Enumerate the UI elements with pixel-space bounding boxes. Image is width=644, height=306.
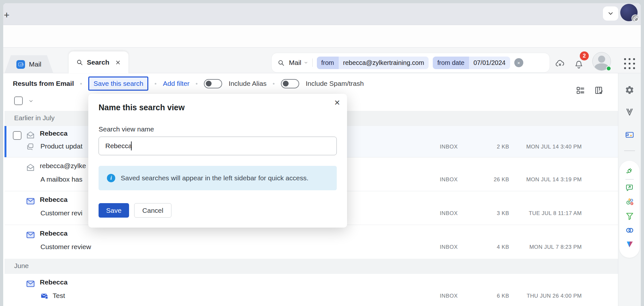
search-icon <box>76 59 83 66</box>
date-label: MON JUL 14 3:19 PM <box>513 176 582 183</box>
apps-grid-icon[interactable] <box>624 58 635 69</box>
dock-divider <box>625 179 634 180</box>
subject: Product updat <box>40 142 83 150</box>
divider <box>312 59 313 67</box>
row-checkbox[interactable] <box>13 131 22 140</box>
read-envelope-icon <box>26 130 35 140</box>
subject: A mailbox has <box>40 176 83 183</box>
size-label: 2 KB <box>474 144 509 150</box>
chip-key: from <box>317 57 339 69</box>
date-label: MON JUL 14 3:40 PM <box>513 144 582 150</box>
group-label: Earlier in July <box>14 114 55 122</box>
dot-separator <box>80 83 82 85</box>
search-bar[interactable]: Mail from rebecca@zylkertraining.com fro… <box>271 53 550 73</box>
screenshot-root: + mail.zoho.com/zm/#search 3 <box>0 0 644 306</box>
browser-url-row: mail.zoho.com/zm/#search 3 Personal <box>3 25 641 48</box>
sender: rebecca@zylke <box>40 162 86 170</box>
close-tab-icon[interactable] <box>115 59 121 66</box>
subject: Test <box>53 292 65 300</box>
unread-envelope-icon <box>26 230 35 240</box>
wallet-icon[interactable] <box>625 130 635 140</box>
save-this-search-button[interactable]: Save this search <box>88 76 148 91</box>
dot-separator <box>196 83 197 85</box>
column-view-icon[interactable] <box>594 86 604 95</box>
search-scope-dropdown[interactable]: Mail <box>289 59 308 67</box>
zoho-mail-app-icon <box>16 60 25 69</box>
cloud-sync-off-icon[interactable] <box>555 59 565 69</box>
include-spam-toggle[interactable] <box>281 79 299 88</box>
include-alias-toggle[interactable] <box>204 79 222 88</box>
size-label: 6 KB <box>474 293 509 299</box>
subject: Customer review <box>40 243 91 251</box>
search-results-toolbar: Results from Email Save this search Add … <box>4 74 518 94</box>
filter-funnel-icon[interactable] <box>625 212 634 221</box>
plug-extension-icon[interactable] <box>625 166 634 175</box>
size-label: 4 KB <box>474 244 509 250</box>
search-icon <box>277 59 285 67</box>
linked-rings-icon[interactable] <box>625 226 634 235</box>
read-envelope-icon <box>26 163 35 172</box>
group-label: June <box>14 262 29 270</box>
info-banner: i Saved searches will appear in the left… <box>99 166 337 190</box>
email-row[interactable]: Rebecca Test INBOX 6 KB THU JUN 26 4:00 … <box>4 274 618 306</box>
modal-title: Name this search view <box>99 103 185 112</box>
rail-divider <box>624 150 635 151</box>
size-label: 3 KB <box>474 210 509 217</box>
results-label: Results from Email <box>13 80 74 87</box>
select-all-checkbox[interactable] <box>14 96 23 105</box>
v-paperclip-icon[interactable] <box>625 107 634 117</box>
search-view-name-label: Search view name <box>99 125 154 133</box>
chevron-down-icon <box>304 60 308 65</box>
folder-label: INBOX <box>440 210 458 217</box>
size-label: 26 KB <box>474 176 509 183</box>
notification-count-badge: 2 <box>580 51 589 60</box>
search-chip-from[interactable]: from rebecca@zylkertraining.com <box>317 57 429 69</box>
search-view-name-input[interactable] <box>99 137 337 155</box>
select-options-chevron-icon[interactable] <box>28 98 34 104</box>
group-header: June <box>4 259 618 274</box>
settings-gear-icon[interactable] <box>625 85 634 95</box>
online-status-dot <box>606 66 611 71</box>
include-alias-label: Include Alias <box>229 80 266 87</box>
chat-arrow-icon[interactable] <box>625 183 634 193</box>
search-chip-from-date[interactable]: from date 07/01/2024 <box>433 57 510 69</box>
folder-label: INBOX <box>440 176 458 183</box>
unread-envelope-icon <box>26 196 35 206</box>
search-scope-label: Mail <box>289 59 301 67</box>
tab-search[interactable]: Search <box>69 51 128 73</box>
browser-profile-avatar[interactable] <box>620 4 638 21</box>
close-modal-icon[interactable]: × <box>334 98 340 107</box>
add-filter-link[interactable]: Add filter <box>163 80 189 87</box>
secure-mail-lock-icon <box>40 292 49 301</box>
v-brand-logo-icon[interactable] <box>625 240 634 249</box>
folder-label: INBOX <box>440 244 458 250</box>
thread-icon <box>26 142 34 151</box>
chip-value: 07/01/2024 <box>469 57 510 69</box>
sender: Rebecca <box>40 278 67 286</box>
sender: Rebecca <box>40 196 67 203</box>
cancel-button[interactable]: Cancel <box>134 203 171 218</box>
chip-key: from date <box>433 57 469 69</box>
search-tab-label: Search <box>87 59 109 66</box>
info-icon: i <box>107 174 115 182</box>
new-tab-button[interactable]: + <box>4 10 10 21</box>
subject: Customer revi <box>40 209 83 217</box>
folder-label: INBOX <box>440 293 458 299</box>
list-view-icon[interactable] <box>576 86 585 95</box>
notifications-bell-icon[interactable] <box>574 60 584 69</box>
dot-separator <box>273 83 274 85</box>
name-search-view-modal: × Name this search view Search view name… <box>88 94 347 228</box>
chevron-down-icon <box>607 10 614 17</box>
folder-label: INBOX <box>440 144 458 150</box>
clear-search-button[interactable]: × <box>514 58 523 67</box>
save-button[interactable]: Save <box>99 203 129 218</box>
schedule-org-icon[interactable] <box>625 197 634 207</box>
tab-mail[interactable]: Mail <box>4 55 53 73</box>
tab-search-menu-button[interactable] <box>603 6 618 21</box>
mail-tab-label: Mail <box>29 60 41 68</box>
email-row[interactable]: Rebecca Customer review INBOX 4 KB MON J… <box>4 225 618 259</box>
date-label: TUE JUL 8 11:17 AM <box>513 210 582 217</box>
sender: Rebecca <box>40 130 67 137</box>
chip-value: rebecca@zylkertraining.com <box>339 57 429 69</box>
info-text: Saved searches will appear in the left s… <box>121 174 309 182</box>
